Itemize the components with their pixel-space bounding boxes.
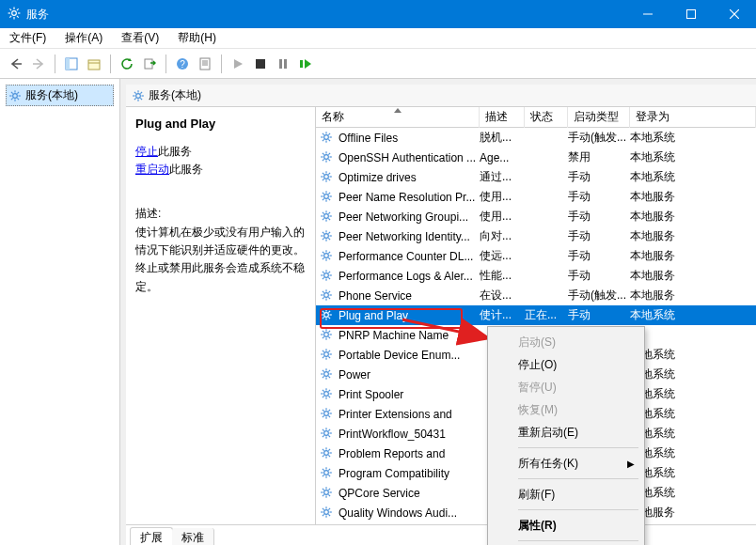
svg-line-116: [323, 277, 324, 279]
svg-line-215: [323, 494, 324, 496]
cell-logon: 本地系统: [630, 386, 756, 402]
service-gear-icon: [320, 427, 335, 442]
stop-service-button[interactable]: [250, 54, 271, 74]
svg-line-42: [134, 91, 136, 93]
cell-logon: 本地系统: [630, 149, 756, 165]
col-startup[interactable]: 启动类型: [568, 107, 630, 128]
close-button[interactable]: [713, 0, 756, 28]
menu-file[interactable]: 文件(F): [6, 28, 50, 48]
svg-line-196: [328, 455, 330, 457]
svg-text:?: ?: [180, 59, 185, 70]
svg-line-96: [323, 231, 324, 233]
svg-line-204: [323, 468, 324, 470]
service-gear-icon: [320, 506, 335, 521]
svg-line-124: [328, 297, 330, 299]
col-description[interactable]: 描述: [480, 107, 525, 128]
col-status[interactable]: 状态: [525, 107, 568, 128]
service-row[interactable]: Offline Files脱机...手动(触发...本地系统: [316, 128, 756, 148]
toolbar-separator: [165, 54, 166, 73]
service-row[interactable]: Plug and Play使计...正在...手动本地系统: [316, 305, 756, 325]
svg-line-35: [11, 98, 13, 100]
service-row[interactable]: Peer Networking Identity...向对...手动本地服务: [316, 226, 756, 246]
svg-line-88: [328, 218, 330, 220]
svg-line-105: [323, 251, 324, 253]
svg-point-217: [324, 509, 329, 514]
minimize-button[interactable]: [626, 0, 669, 28]
service-row[interactable]: Peer Networking Groupi...使用...手动本地服务: [316, 207, 756, 226]
cell-logon: 本地服务: [630, 288, 756, 304]
svg-line-106: [328, 257, 330, 259]
detail-pane: Plug and Play 停止此服务 重启动此服务 描述: 使计算机在极少或没…: [126, 107, 316, 524]
ctx-restart[interactable]: 重新启动(E): [490, 421, 642, 444]
menu-view[interactable]: 查看(V): [118, 28, 163, 48]
service-row[interactable]: Peer Name Resolution Pr...使用...手动本地服务: [316, 187, 756, 207]
properties-toolbar-button[interactable]: [84, 54, 104, 74]
cell-name: PrintWorkflow_50431: [339, 428, 480, 441]
cell-description: 使远...: [480, 248, 525, 264]
svg-line-89: [323, 218, 324, 220]
view-tabs: 扩展 标准: [126, 524, 756, 545]
tab-extended[interactable]: 扩展: [130, 527, 173, 545]
svg-point-0: [12, 10, 17, 15]
service-row[interactable]: Performance Counter DL...使远...手动本地服务: [316, 246, 756, 266]
svg-line-168: [323, 389, 324, 391]
forward-button[interactable]: [28, 54, 49, 74]
ctx-all-tasks[interactable]: 所有任务(K)▶: [490, 452, 642, 475]
cell-name: Peer Name Resolution Pr...: [339, 191, 480, 204]
svg-line-222: [323, 507, 324, 509]
service-row[interactable]: OpenSSH Authentication ...Age...禁用本地系统: [316, 148, 756, 167]
tree-root-services-local[interactable]: 服务(本地): [6, 85, 114, 106]
back-button[interactable]: [6, 54, 26, 74]
svg-line-51: [323, 132, 324, 134]
properties-sheet-button[interactable]: [195, 54, 215, 74]
service-gear-icon: [320, 328, 335, 343]
refresh-button[interactable]: [117, 54, 137, 74]
tab-standard[interactable]: 标准: [172, 528, 214, 545]
cell-name: Phone Service: [339, 289, 480, 303]
ctx-separator: [518, 478, 638, 479]
cell-logon: 本地系统: [630, 426, 756, 442]
start-service-button[interactable]: [228, 54, 248, 74]
ctx-properties[interactable]: 属性(R): [490, 514, 642, 537]
ctx-stop[interactable]: 停止(O): [490, 353, 642, 376]
svg-rect-20: [200, 58, 210, 70]
selected-service-title: Plug and Play: [135, 117, 306, 131]
service-row[interactable]: Phone Service在设...手动(触发...本地服务: [316, 286, 756, 305]
maximize-button[interactable]: [669, 0, 713, 28]
service-row[interactable]: Performance Logs & Aler...性能...手动本地服务: [316, 266, 756, 286]
ctx-refresh[interactable]: 刷新(F): [490, 483, 642, 506]
stop-suffix: 此服务: [158, 145, 192, 158]
export-button[interactable]: [139, 54, 160, 74]
svg-point-163: [324, 391, 329, 396]
pause-service-button[interactable]: [273, 54, 293, 74]
service-gear-icon: [320, 387, 335, 402]
cell-startup: 手动(触发...: [568, 288, 630, 304]
service-row[interactable]: Optimize drives通过...手动本地系统: [316, 167, 756, 187]
ctx-separator: [518, 447, 638, 448]
svg-rect-24: [256, 59, 265, 69]
col-logon[interactable]: 登录为: [630, 107, 756, 128]
svg-line-81: [328, 192, 330, 194]
svg-point-172: [324, 411, 329, 415]
restart-service-button[interactable]: [295, 54, 316, 74]
svg-point-208: [324, 490, 329, 494]
restart-link[interactable]: 重启动: [135, 163, 169, 176]
cell-logon: 本地系统: [630, 130, 756, 146]
cell-name: Peer Networking Groupi...: [339, 210, 480, 224]
help-button[interactable]: ?: [172, 54, 193, 74]
svg-line-205: [328, 475, 330, 476]
stop-link[interactable]: 停止: [135, 145, 158, 158]
svg-line-142: [328, 336, 330, 338]
svg-line-161: [323, 376, 324, 378]
col-name[interactable]: 名称: [316, 107, 480, 128]
menu-help[interactable]: 帮助(H): [174, 28, 220, 48]
svg-line-117: [328, 271, 330, 272]
show-hide-tree-button[interactable]: [61, 54, 82, 74]
cell-startup: 手动: [568, 248, 630, 264]
svg-line-45: [140, 91, 142, 93]
cell-startup: 手动: [568, 268, 630, 284]
cell-startup: 禁用: [568, 149, 630, 165]
cell-status: 正在...: [525, 307, 568, 323]
svg-line-141: [323, 330, 324, 332]
menu-action[interactable]: 操作(A): [61, 28, 106, 48]
